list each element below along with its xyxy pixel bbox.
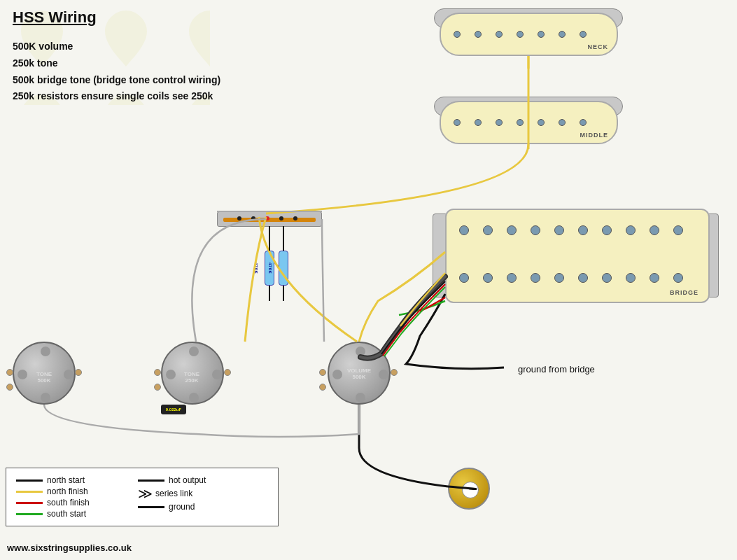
legend-series-link: series link xyxy=(155,489,225,498)
page-title: HSS Wiring xyxy=(13,8,97,27)
5way-switch xyxy=(217,211,322,227)
tone-250k-label: TONE250K xyxy=(163,371,220,384)
middle-pickup: MIDDLE xyxy=(440,101,618,144)
volume-500k-label: VOLUME500K xyxy=(329,368,389,380)
bridge-label: BRIDGE xyxy=(670,289,699,296)
middle-label: MIDDLE xyxy=(580,132,609,139)
legend-south-start: south start xyxy=(47,509,117,519)
tone-500k-label: TONE500K xyxy=(15,371,73,384)
resistor-2: 470K xyxy=(279,251,288,286)
ground-from-bridge-label: ground from bridge xyxy=(518,364,595,374)
legend-south-finish: south finish xyxy=(47,498,117,507)
legend-north-finish: north finish xyxy=(47,486,117,496)
info-line-1: 500K volume xyxy=(13,38,220,55)
info-line-3: 500k bridge tone (bridge tone control wi… xyxy=(13,72,220,89)
info-block: 500K volume 250k tone 500k bridge tone (… xyxy=(13,38,220,105)
legend: north start north finish south finish so… xyxy=(6,468,279,526)
output-jack xyxy=(448,468,490,510)
bridge-pickup: BRIDGE xyxy=(445,209,710,303)
neck-pickup: NECK xyxy=(440,13,618,56)
legend-hot-output: hot output xyxy=(169,475,239,485)
legend-ground: ground xyxy=(169,502,239,512)
website-url: www.sixstringsupplies.co.uk xyxy=(7,542,132,553)
legend-north-start: north start xyxy=(47,475,117,485)
capacitor: 0.022uF xyxy=(161,405,186,414)
info-line-4: 250k resistors ensure single coils see 2… xyxy=(13,88,220,105)
neck-label: NECK xyxy=(587,43,608,50)
info-line-2: 250k tone xyxy=(13,55,220,72)
